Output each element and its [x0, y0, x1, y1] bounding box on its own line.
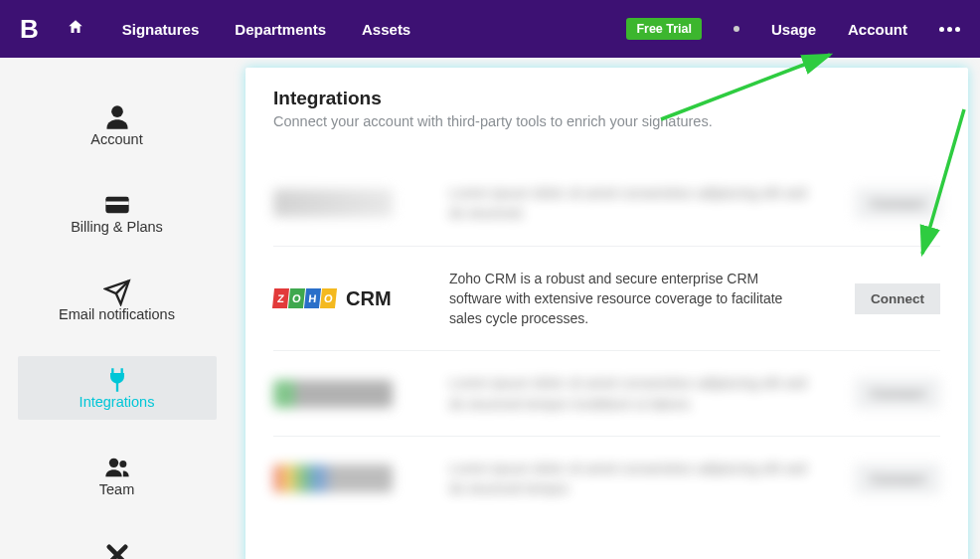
nav-assets[interactable]: Assets — [362, 21, 410, 38]
main-content: Integrations Connect your account with t… — [234, 58, 980, 559]
user-icon — [103, 103, 131, 125]
integration-row-zoho: ZOHO CRM Zoho CRM is a robust and secure… — [273, 247, 940, 352]
sidebar-item-label: Team — [99, 481, 134, 497]
sidebar-item-team[interactable]: Team — [18, 444, 217, 507]
sidebar-item-delete-account[interactable]: Delete account — [18, 531, 217, 559]
integration-name: CRM — [346, 287, 392, 310]
sidebar-item-label: Integrations — [80, 394, 155, 410]
close-icon — [103, 541, 131, 559]
sidebar-item-integrations[interactable]: Integrations — [18, 356, 217, 420]
free-trial-badge[interactable]: Free Trial — [626, 18, 702, 40]
svg-rect-2 — [105, 202, 128, 206]
connect-button[interactable]: Connect — [855, 378, 940, 409]
integration-row: Lorem ipsum dolor sit amet consectetur a… — [273, 437, 940, 521]
sidebar-item-billing[interactable]: Billing & Plans — [18, 181, 217, 245]
nav-signatures[interactable]: Signatures — [122, 21, 200, 38]
team-icon — [103, 454, 131, 475]
page-title: Integrations — [273, 88, 940, 109]
integration-row: Lorem ipsum dolor sit amet consectetur a… — [273, 161, 940, 247]
sidebar-item-label: Email notifications — [59, 306, 175, 322]
credit-card-icon — [103, 191, 131, 213]
home-icon[interactable] — [67, 18, 84, 40]
top-nav: B Signatures Departments Assets Free Tri… — [0, 0, 980, 58]
integration-description: Zoho CRM is a robust and secure enterpri… — [449, 269, 833, 329]
svg-point-0 — [111, 105, 123, 117]
plug-icon — [103, 366, 131, 388]
nav-departments[interactable]: Departments — [235, 21, 326, 38]
sidebar-item-label: Billing & Plans — [71, 219, 163, 235]
nav-account[interactable]: Account — [848, 21, 907, 38]
svg-point-3 — [108, 459, 117, 467]
connect-button[interactable]: Connect — [855, 464, 940, 494]
page-subtitle: Connect your account with third-party to… — [273, 113, 940, 129]
sidebar-item-email-notifications[interactable]: Email notifications — [18, 269, 217, 332]
sidebar-item-account[interactable]: Account — [18, 93, 217, 157]
nav-usage[interactable]: Usage — [771, 21, 816, 38]
more-icon[interactable] — [939, 27, 960, 32]
app-logo: B — [20, 14, 39, 45]
settings-sidebar: Account Billing & Plans Email notificati… — [0, 58, 234, 559]
integration-row: Lorem ipsum dolor sit amet consectetur a… — [273, 351, 940, 437]
status-dot — [734, 26, 739, 32]
zoho-logo: ZOHO CRM — [273, 287, 427, 310]
connect-button[interactable]: Connect — [855, 283, 940, 314]
svg-point-4 — [119, 461, 126, 467]
integrations-panel: Integrations Connect your account with t… — [245, 68, 968, 559]
connect-button[interactable]: Connect — [855, 188, 940, 219]
sidebar-item-label: Account — [90, 131, 142, 147]
paper-plane-icon — [103, 279, 131, 300]
